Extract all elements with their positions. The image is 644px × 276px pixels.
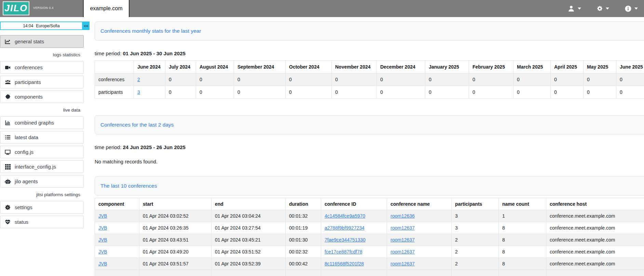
caret-down-icon (606, 8, 609, 10)
conference-cell: 01 Apr 2024 03:49:20 (139, 246, 211, 258)
sidebar-item-latest-data[interactable]: latest data (0, 131, 84, 144)
conference-cell: conference.meet.example.com (546, 258, 644, 270)
monthly-col-header (95, 61, 134, 73)
conference-cell-link[interactable]: JVB (98, 261, 107, 266)
section-last-10-conferences: The last 10 conferences componentstarten… (95, 176, 644, 276)
conference-cell: 01 Apr 2024 03:51:57 (139, 258, 211, 270)
conference-cell-link[interactable]: room12637 (390, 237, 415, 243)
conference-row: JVB01 Apr 2024 03:51:5701 Apr 2024 03:52… (95, 258, 644, 270)
conference-col-header: participants (452, 198, 499, 210)
no-records-message: No matching records found. (95, 158, 644, 165)
video-icon (4, 65, 11, 70)
sidebar-item-status[interactable]: status (0, 216, 84, 228)
conference-cell: 8c116568f5201f28 (321, 258, 387, 270)
sidebar-item-participants[interactable]: participants (0, 76, 84, 88)
gear-icon (597, 6, 603, 11)
sidebar-item-label: components (15, 94, 43, 100)
section-title-monthly-stats[interactable]: Conferences monthly stats for the last y… (95, 21, 644, 41)
monthly-col-header: February 2025 (469, 61, 513, 73)
info-menu[interactable] (625, 5, 638, 12)
monthly-col-header: March 2025 (513, 61, 551, 73)
caret-down-icon (634, 8, 638, 10)
clock-display: 14:04 Europe/Sofia (0, 21, 83, 30)
conference-cell: room12637 (387, 258, 452, 270)
info-icon (625, 5, 631, 12)
monthly-cell: 0 (616, 86, 644, 99)
sidebar-item-label: general stats (15, 39, 44, 44)
conference-cell: 2 (452, 258, 499, 270)
sidebar-item-general-stats[interactable]: general stats (0, 35, 84, 48)
clock-row: 14:04 Europe/Sofia << (0, 21, 90, 30)
tab-example-com[interactable]: example.com (83, 0, 129, 17)
conference-cell-link[interactable]: room12637 (390, 249, 415, 255)
settings-menu[interactable] (597, 6, 609, 11)
conference-cell: 01 Apr 2024 03:52:39 (211, 258, 286, 270)
sidebar: 14:04 Europe/Sofia << general statslogs … (0, 17, 84, 276)
conference-cell: JVB (95, 246, 139, 258)
sidebar-item-label: participants (15, 79, 41, 85)
conference-cell: JVB (95, 234, 139, 246)
conference-cell: 2 (452, 234, 499, 246)
sidebar-item-jilo-agents[interactable]: jilo agents (0, 175, 84, 188)
sidebar-item-label: conferences (15, 64, 43, 70)
section-title-last-10-conferences[interactable]: The last 10 conferences (95, 176, 644, 195)
row-label: conferences (95, 73, 134, 86)
conference-cell-link[interactable]: JVB (98, 225, 107, 231)
conference-cell: conference.meet.example.com (546, 234, 644, 246)
conference-cell-link[interactable]: room12636 (390, 213, 415, 219)
conference-cell-link[interactable]: JVB (98, 237, 107, 243)
puzzle-icon (4, 94, 11, 100)
conference-cell-link[interactable]: 7fae9ce344751330 (325, 237, 366, 243)
conference-cell-link[interactable]: JVB (98, 249, 107, 255)
sidebar-item-settings[interactable]: settings (0, 201, 84, 214)
monthly-cell: 0 (425, 86, 469, 99)
conference-cell: 01 Apr 2024 03:04:24 (211, 210, 286, 222)
conference-col-header: conference name (387, 198, 452, 210)
monthly-value-link[interactable]: 2 (137, 77, 140, 82)
conference-cell: 2 (452, 246, 499, 258)
sidebar-item-components[interactable]: components (0, 90, 84, 103)
monthly-col-header: August 2024 (196, 61, 234, 73)
conference-cell-link[interactable]: 4c14584fce9a5970 (325, 213, 365, 219)
conference-cell-link[interactable]: fce17ce887fcdf78 (325, 249, 362, 255)
sidebar-item-label: combined graphs (15, 120, 54, 126)
conference-cell: a2788f9bf9927234 (321, 222, 387, 234)
monthly-row-participants: participants3000000000000 (95, 86, 644, 99)
monthly-value-link[interactable]: 3 (137, 89, 140, 95)
caret-down-icon (578, 8, 581, 10)
clock-time: 14:04 (23, 24, 33, 28)
monthly-col-header: July 2024 (165, 61, 196, 73)
sidebar-item-combined-graphs[interactable]: combined graphs (0, 116, 84, 129)
conference-cell: fce17ce887fcdf78 (321, 246, 387, 258)
monthly-col-header: September 2024 (234, 61, 286, 73)
users-icon (4, 79, 11, 85)
monthly-header-row: June 2024July 2024August 2024September 2… (95, 61, 644, 73)
conference-cell-link[interactable]: 8c116568f5201f28 (325, 261, 364, 266)
time-period-last-2-days: time period:24 Jun 2025 - 26 Jun 2025 (95, 144, 644, 151)
version-label: VERSION 0.4 (33, 6, 54, 10)
conference-cell: conference.meet.example.com (546, 222, 644, 234)
row-label: participants (95, 86, 134, 99)
section-last-2-days: Conferences for the last 2 days time per… (95, 115, 644, 165)
conference-cell-link[interactable]: a2788f9bf9927234 (325, 225, 365, 231)
section-title-last-2-days[interactable]: Conferences for the last 2 days (95, 115, 644, 134)
sidebar-item-interface-config-js[interactable]: interface_config.js (0, 160, 84, 173)
sidebar-menu: general statslogs statisticsconferencesp… (0, 35, 84, 228)
person-icon (568, 5, 575, 12)
sidebar-item-config-js[interactable]: config.js (0, 146, 84, 158)
sidebar-item-conferences[interactable]: conferences (0, 61, 84, 74)
monthly-cell: 0 (584, 86, 616, 99)
conference-cell: 8 (499, 222, 546, 234)
monthly-cell: 0 (332, 73, 377, 86)
user-menu[interactable] (568, 5, 581, 12)
app-logo[interactable]: JILO (3, 1, 29, 15)
conference-cell: JVB (95, 210, 139, 222)
sidebar-section-label: jitsi platforms settings (0, 192, 84, 197)
sidebar-section-label: live data (0, 107, 84, 113)
monthly-cell: 0 (551, 73, 584, 86)
monthly-col-header: October 2024 (286, 61, 332, 73)
conference-cell-link[interactable]: JVB (98, 213, 107, 219)
conference-cell-link[interactable]: room12637 (390, 225, 415, 231)
monthly-cell: 0 (286, 73, 332, 86)
conference-cell-link[interactable]: room12637 (390, 261, 415, 266)
